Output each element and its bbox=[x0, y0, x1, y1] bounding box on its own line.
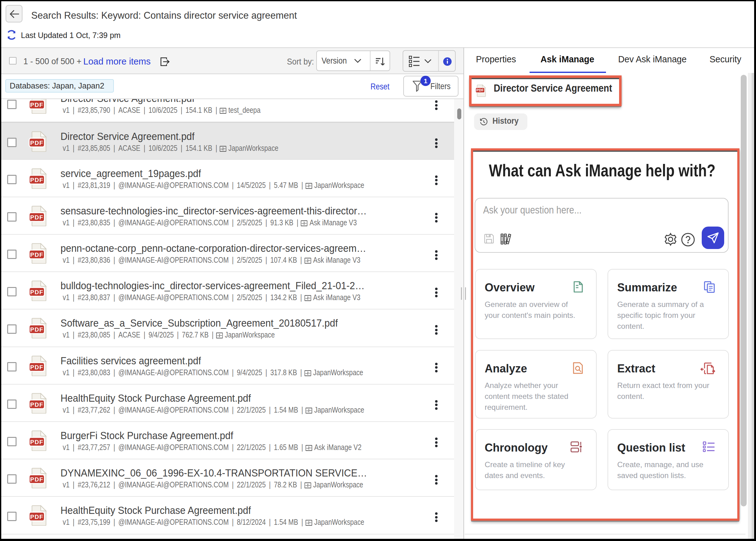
svg-text:PDF: PDF bbox=[30, 476, 44, 483]
svg-text:PDF: PDF bbox=[30, 214, 44, 221]
svg-text:PDF: PDF bbox=[30, 401, 44, 408]
svg-text:PDF: PDF bbox=[30, 289, 44, 295]
svg-text:PDF: PDF bbox=[30, 439, 44, 445]
svg-text:PDF: PDF bbox=[476, 88, 484, 92]
svg-text:PDF: PDF bbox=[30, 140, 44, 146]
svg-text:PDF: PDF bbox=[30, 102, 44, 108]
svg-text:PDF: PDF bbox=[30, 514, 44, 520]
svg-text:PDF: PDF bbox=[30, 177, 44, 183]
svg-text:PDF: PDF bbox=[30, 326, 44, 333]
svg-text:PDF: PDF bbox=[30, 364, 44, 370]
svg-text:PDF: PDF bbox=[30, 252, 44, 258]
